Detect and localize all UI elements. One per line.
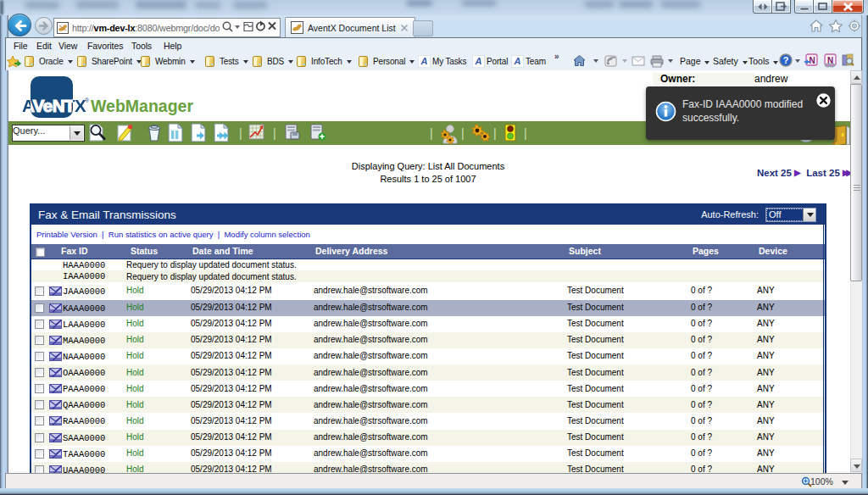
svg-text:AVeNTX: AVeNTX <box>22 96 86 115</box>
svg-text:?: ? <box>783 55 789 65</box>
svg-text:N: N <box>809 56 815 65</box>
svg-text:®: ® <box>85 97 90 103</box>
svg-text:WebManager: WebManager <box>91 97 193 115</box>
